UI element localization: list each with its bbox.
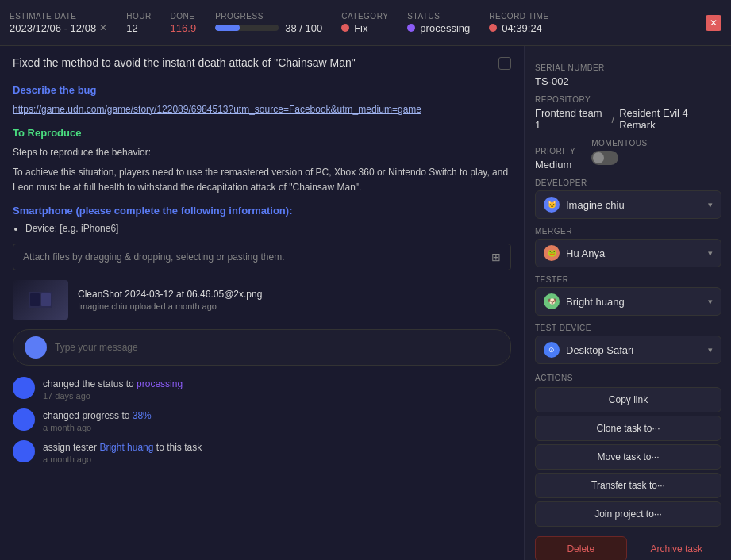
status-value: processing — [407, 22, 470, 34]
activity-avatar-1 — [13, 377, 35, 399]
bottom-actions: Delete Archive task — [535, 536, 721, 560]
serial-number-label: SERIAL NUMBER — [535, 63, 721, 72]
category-section: CATEGORY Fix — [341, 12, 388, 34]
activity-avatar-2 — [13, 408, 35, 431]
progress-value: 38 / 100 — [285, 22, 322, 34]
activity-item-1: changed the status to processing 17 days… — [13, 377, 511, 401]
file-name: CleanShot 2024-03-12 at 06.46.05@2x.png — [78, 289, 262, 300]
join-project-button[interactable]: Join project to··· — [535, 501, 721, 527]
test-device-dropdown-left: ⊙ Desktop Safari — [544, 342, 633, 358]
reproduce-heading: To Reproduce — [13, 127, 511, 139]
copy-link-button[interactable]: Copy link — [535, 387, 721, 412]
repo-slash: / — [612, 113, 615, 125]
activity-item-2: changed progress to 38% a month ago — [13, 408, 511, 432]
progress-label: PROGRESS — [215, 12, 322, 21]
reproduce-step: Steps to reproduce the behavior: — [13, 145, 511, 160]
right-panel: SERIAL NUMBER TS-002 REPOSITORY Frontend… — [525, 46, 731, 560]
activity-content-2: changed progress to 38% a month ago — [43, 408, 511, 432]
estimate-date-section: ESTIMATE DATE 2023/12/06 - 12/08 ✕ — [10, 12, 107, 34]
date-clear-icon[interactable]: ✕ — [99, 22, 107, 33]
done-section: DONE 116.9 — [171, 12, 197, 34]
developer-value: Imagine chiu — [566, 199, 625, 211]
record-time-value: 04:39:24 — [489, 22, 548, 34]
file-thumbnail — [13, 280, 68, 320]
tester-dropdown-left: 🐶 Bright huang — [544, 293, 625, 309]
attach-bar[interactable]: Attach files by dragging & dropping, sel… — [13, 244, 511, 270]
status-dot — [407, 24, 415, 32]
hour-value: 12 — [126, 22, 151, 34]
top-bar: ESTIMATE DATE 2023/12/06 - 12/08 ✕ HOUR … — [0, 0, 731, 46]
activity-item-3: assign tester Bright huang to this task … — [13, 440, 511, 464]
current-user-avatar — [25, 336, 47, 359]
estimate-date-label: ESTIMATE DATE — [10, 12, 107, 21]
message-input-row[interactable]: Type your message — [13, 329, 511, 366]
momentous-toggle[interactable] — [591, 151, 618, 165]
file-thumb-inner — [13, 280, 68, 320]
tester-value: Bright huang — [566, 296, 625, 308]
developer-label: DEVELOPER — [535, 178, 721, 187]
repo-right: Resident Evil 4 Remark — [619, 107, 721, 131]
merger-dropdown[interactable]: 🐸 Hu Anya ▾ — [535, 239, 721, 267]
done-label: DONE — [171, 12, 197, 21]
tester-label: TESTER — [535, 275, 721, 284]
smartphone-heading: Smartphone (please complete the followin… — [13, 205, 511, 217]
clone-task-button[interactable]: Clone task to··· — [535, 416, 721, 441]
momentous-label: MOMENTOUS — [591, 139, 647, 148]
merger-value: Hu Anya — [566, 247, 605, 259]
activity-text-3: assign tester Bright huang to this task — [43, 440, 511, 455]
tester-avatar: 🐶 — [544, 293, 560, 309]
hour-section: HOUR 12 — [126, 12, 151, 34]
activity-time-1: 17 days ago — [43, 391, 511, 401]
priority-label: PRIORITY — [535, 147, 575, 155]
file-sub: Imagine chiu uploaded a month ago — [78, 301, 262, 311]
activity-content-3: assign tester Bright huang to this task … — [43, 440, 511, 464]
svg-rect-1 — [30, 293, 40, 306]
progress-bar-bg — [215, 25, 279, 31]
activity-time-3: a month ago — [43, 455, 511, 464]
merger-avatar: 🐸 — [544, 245, 560, 261]
status-label: STATUS — [407, 12, 470, 21]
developer-dropdown[interactable]: 🐱 Imagine chiu ▾ — [535, 190, 721, 219]
progress-section: PROGRESS 38 / 100 — [215, 12, 322, 34]
activity-text-1: changed the status to processing — [43, 377, 511, 391]
category-dot — [341, 24, 349, 32]
move-task-button[interactable]: Move task to··· — [535, 444, 721, 470]
momentous-section: MOMENTOUS — [591, 139, 647, 171]
tester-chevron-icon: ▾ — [708, 297, 713, 307]
activity-avatar-3 — [13, 440, 35, 462]
task-checkbox[interactable] — [498, 57, 511, 70]
merger-chevron-icon: ▾ — [708, 248, 713, 259]
task-title-row: Fixed the method to avoid the instant de… — [13, 56, 511, 71]
thumb-preview-icon — [29, 292, 52, 308]
file-attachment: CleanShot 2024-03-12 at 06.46.05@2x.png … — [13, 280, 511, 320]
estimate-date-value: 2023/12/06 - 12/08 ✕ — [10, 22, 107, 34]
delete-button[interactable]: Delete — [535, 536, 627, 560]
record-dot — [489, 24, 497, 32]
record-time-label: RECORD TIME — [489, 12, 548, 21]
archive-button[interactable]: Archive task — [632, 536, 722, 560]
test-device-chevron-icon: ▾ — [708, 345, 713, 355]
main-content: Fixed the method to avoid the instant de… — [0, 46, 731, 560]
test-device-label: TEST DEVICE — [535, 324, 721, 332]
developer-dropdown-left: 🐱 Imagine chiu — [544, 197, 625, 213]
transfer-task-button[interactable]: Transfer task to··· — [535, 473, 721, 498]
merger-dropdown-left: 🐸 Hu Anya — [544, 245, 605, 261]
done-value: 116.9 — [171, 22, 197, 34]
file-info: CleanShot 2024-03-12 at 06.46.05@2x.png … — [78, 289, 262, 311]
serial-number-value: TS-002 — [535, 75, 721, 87]
tester-dropdown[interactable]: 🐶 Bright huang ▾ — [535, 287, 721, 316]
activity-text-2: changed progress to 38% — [43, 408, 511, 423]
priority-value: Medium — [535, 159, 575, 171]
priority-section: PRIORITY Medium — [535, 139, 575, 171]
repo-left: Frontend team 1 — [535, 107, 607, 131]
developer-avatar: 🐱 — [544, 197, 560, 213]
device-item: Device: [e.g. iPhone6] — [25, 223, 511, 234]
close-button[interactable]: ✕ — [706, 15, 721, 31]
category-label: CATEGORY — [341, 12, 388, 21]
bug-link[interactable]: https://game.udn.com/game/story/122089/6… — [13, 102, 511, 117]
repository-label: REPOSITORY — [535, 95, 721, 104]
left-panel: Fixed the method to avoid the instant de… — [0, 46, 525, 560]
describe-heading: Describe the bug — [13, 84, 511, 96]
progress-bar-fill — [215, 25, 239, 31]
test-device-dropdown[interactable]: ⊙ Desktop Safari ▾ — [535, 336, 721, 364]
